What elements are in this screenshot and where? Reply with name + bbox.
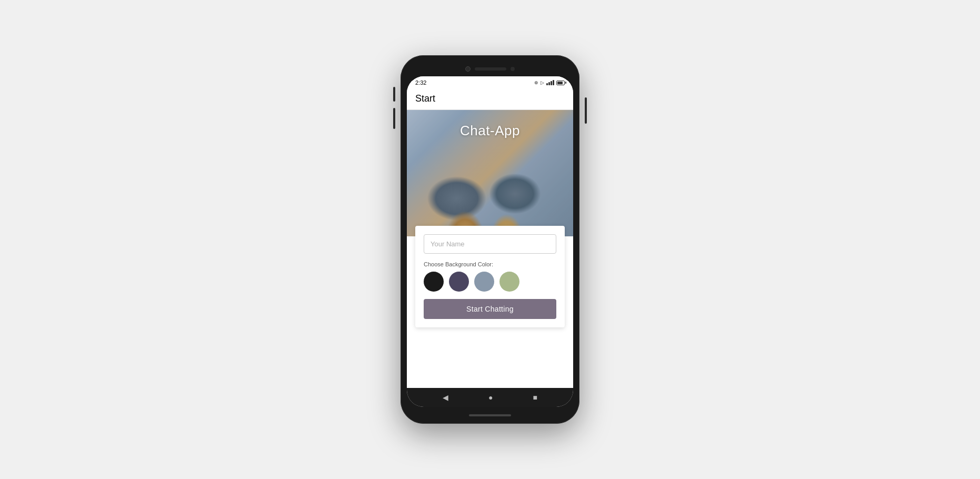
earpiece-speaker	[475, 67, 506, 71]
phone-bottom	[407, 407, 573, 417]
battery-icon	[556, 81, 565, 85]
recent-apps-button[interactable]: ■	[533, 393, 537, 402]
status-time: 2:32	[415, 79, 426, 86]
color-dark-purple[interactable]	[449, 272, 469, 292]
back-button[interactable]: ◀	[443, 393, 448, 402]
hero-people-illustration	[407, 142, 573, 236]
phone-top-bar	[407, 62, 573, 76]
start-chatting-button[interactable]: Start Chatting	[424, 299, 556, 319]
hero-title: Chat-App	[460, 123, 520, 139]
vpn-icon: ⊕	[534, 80, 538, 85]
name-input[interactable]	[424, 234, 556, 254]
app-bar-title: Start	[415, 93, 435, 104]
status-icons: ⊕ ▷	[534, 80, 565, 85]
hero-image: Chat-App	[407, 110, 573, 236]
color-label: Choose Background Color:	[424, 261, 556, 267]
bottom-indicator	[469, 414, 511, 416]
signal-bar-4	[553, 80, 554, 85]
sensor-dot	[511, 67, 515, 71]
color-steel-blue[interactable]	[474, 272, 494, 292]
app-bar: Start	[407, 89, 573, 110]
phone-device: 2:32 ⊕ ▷ Start	[401, 55, 579, 424]
status-bar: 2:32 ⊕ ▷	[407, 76, 573, 89]
phone-screen: 2:32 ⊕ ▷ Start	[407, 76, 573, 407]
screen-content: Chat-App Choose Background Color: Start …	[407, 110, 573, 388]
volume-down-button	[393, 108, 395, 129]
color-sage-green[interactable]	[499, 272, 519, 292]
color-black[interactable]	[424, 272, 444, 292]
android-nav-bar: ◀ ● ■	[407, 388, 573, 407]
front-camera	[465, 66, 471, 72]
signal-bar-1	[546, 83, 548, 85]
cast-icon: ▷	[541, 80, 544, 85]
color-options	[424, 272, 556, 292]
home-button[interactable]: ●	[488, 393, 493, 402]
signal-bar-2	[548, 82, 550, 85]
volume-up-button	[393, 87, 395, 102]
signal-bar-3	[551, 81, 552, 85]
battery-fill	[557, 82, 563, 84]
signal-icon	[546, 80, 554, 85]
form-card: Choose Background Color: Start Chatting	[415, 226, 565, 327]
power-button	[585, 97, 587, 124]
